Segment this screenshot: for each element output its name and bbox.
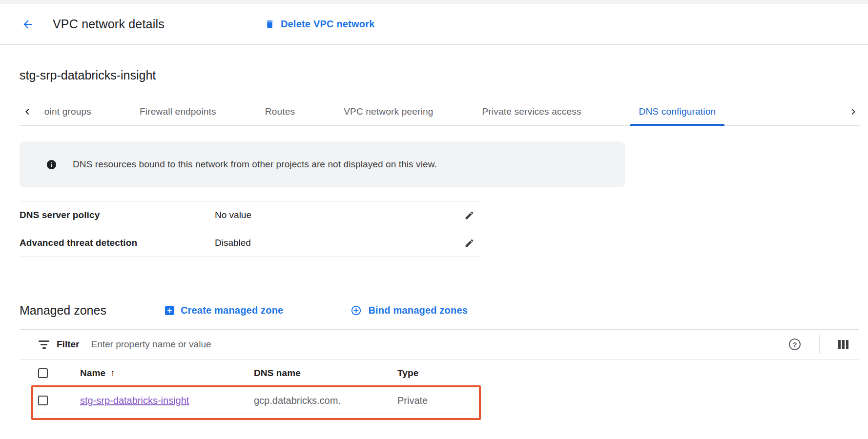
managed-zones-list: Filter ? Name ↑ DNS name Type stg-srp-da… — [20, 329, 859, 414]
type-cell: Private — [397, 395, 859, 406]
tab-label: Routes — [265, 106, 295, 117]
tab-label: Firewall endpoints — [140, 106, 216, 117]
back-arrow-icon — [21, 18, 34, 31]
page-title: VPC network details — [53, 17, 165, 31]
column-header-type: Type — [397, 368, 859, 379]
property-row-dns-server-policy: DNS server policy No value — [20, 201, 480, 229]
create-managed-zone-label: Create managed zone — [181, 305, 284, 316]
column-header-dns-name: DNS name — [254, 368, 397, 379]
help-icon: ? — [789, 339, 801, 350]
property-label: Advanced threat detection — [20, 238, 215, 248]
tab-scroll-left-button[interactable] — [20, 106, 35, 118]
pencil-icon — [464, 238, 475, 248]
filter-input[interactable] — [91, 339, 788, 350]
delete-button-label: Delete VPC network — [281, 19, 375, 30]
chevron-left-icon — [21, 106, 33, 118]
select-all-checkbox[interactable] — [38, 368, 48, 378]
filter-button[interactable]: Filter — [38, 339, 79, 350]
edit-advanced-threat-detection-button[interactable] — [462, 236, 476, 250]
bind-managed-zones-label: Bind managed zones — [368, 305, 468, 316]
add-circle-icon — [351, 305, 362, 316]
tab-vpc-network-peering[interactable]: VPC network peering — [344, 98, 433, 125]
managed-zone-link[interactable]: stg-srp-databricks-insight — [80, 395, 254, 406]
dns-properties-table: DNS server policy No value Advanced thre… — [20, 201, 480, 257]
sort-ascending-icon: ↑ — [110, 368, 115, 379]
add-box-icon: + — [165, 306, 174, 315]
tab-label: VPC network peering — [344, 106, 433, 117]
bind-managed-zones-button[interactable]: Bind managed zones — [351, 305, 468, 316]
table-row: stg-srp-databricks-insight gcp.databrick… — [20, 387, 859, 414]
columns-icon — [838, 340, 841, 349]
info-banner: DNS resources bound to this network from… — [20, 141, 625, 187]
info-banner-text: DNS resources bound to this network from… — [73, 159, 437, 170]
tab-dns-configuration[interactable]: DNS configuration — [630, 98, 725, 125]
column-display-options-button[interactable] — [837, 339, 849, 350]
top-strip — [0, 0, 868, 4]
filter-bar: Filter ? — [20, 329, 859, 359]
row-checkbox[interactable] — [38, 396, 48, 405]
network-name-heading: stg-srp-databricks-insight — [20, 67, 868, 83]
help-button[interactable]: ? — [788, 338, 802, 351]
property-row-advanced-threat-detection: Advanced threat detection Disabled — [20, 229, 480, 257]
page-header: VPC network details Delete VPC network — [0, 4, 868, 45]
trash-icon — [265, 19, 275, 29]
tab-point-groups[interactable]: point groups — [44, 98, 95, 125]
vpc-network-details-page: VPC network details Delete VPC network s… — [0, 0, 868, 414]
property-value: No value — [215, 210, 462, 220]
tab-routes[interactable]: Routes — [265, 98, 295, 125]
tab-scroll-right-button[interactable] — [847, 106, 860, 118]
managed-zones-header: Managed zones + Create managed zone Bind… — [20, 301, 848, 319]
filter-icon — [38, 340, 50, 349]
column-header-name[interactable]: Name ↑ — [80, 368, 254, 379]
pencil-icon — [464, 210, 475, 220]
tab-firewall-endpoints[interactable]: Firewall endpoints — [140, 98, 216, 125]
filter-label: Filter — [57, 339, 79, 350]
delete-vpc-network-button[interactable]: Delete VPC network — [265, 19, 375, 30]
tab-label: point groups — [44, 106, 91, 117]
chevron-right-icon — [847, 106, 859, 118]
create-managed-zone-button[interactable]: + Create managed zone — [165, 305, 284, 316]
managed-zones-title: Managed zones — [20, 303, 106, 318]
dns-name-cell: gcp.databricks.com. — [254, 395, 397, 406]
info-icon — [46, 159, 57, 170]
toolbar-divider — [819, 335, 820, 354]
edit-dns-server-policy-button[interactable] — [462, 208, 476, 222]
tab-bar: point groups Firewall endpoints Routes V… — [20, 98, 860, 126]
property-label: DNS server policy — [20, 210, 215, 220]
tab-label: DNS configuration — [639, 106, 716, 117]
back-button[interactable] — [20, 16, 36, 33]
tab-private-services-access[interactable]: Private services access — [482, 98, 581, 125]
tab-label: Private services access — [482, 106, 581, 117]
table-header-row: Name ↑ DNS name Type — [20, 359, 859, 387]
property-value: Disabled — [215, 238, 462, 248]
